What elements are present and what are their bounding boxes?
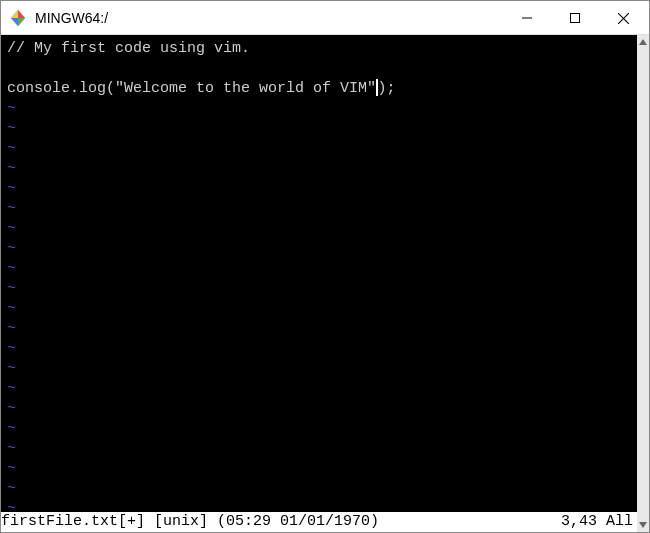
- empty-line-tilde: ~: [7, 279, 631, 299]
- empty-line-tilde: ~: [7, 179, 631, 199]
- empty-line-tilde: ~: [7, 159, 631, 179]
- scrollbar[interactable]: [637, 35, 649, 532]
- titlebar-left: MINGW64:/: [9, 9, 108, 27]
- vim-editor[interactable]: // My first code using vim.console.log("…: [1, 35, 637, 532]
- empty-line-tilde: ~: [7, 219, 631, 239]
- empty-line-tilde: ~: [7, 479, 631, 499]
- empty-line-tilde: ~: [7, 299, 631, 319]
- empty-line-tilde: ~: [7, 119, 631, 139]
- code-line: console.log("Welcome to the world of VIM…: [7, 79, 631, 99]
- close-button[interactable]: [599, 1, 647, 35]
- empty-line-tilde: ~: [7, 339, 631, 359]
- empty-line-tilde: ~: [7, 379, 631, 399]
- window-controls: [503, 1, 647, 34]
- empty-line-tilde: ~: [7, 199, 631, 219]
- window-title: MINGW64:/: [35, 10, 108, 26]
- vim-statusbar: firstFile.txt[+] [unix] (05:29 01/01/197…: [1, 512, 637, 532]
- svg-marker-9: [639, 39, 647, 45]
- empty-line-tilde: ~: [7, 319, 631, 339]
- svg-marker-10: [639, 522, 647, 528]
- empty-line-tilde: ~: [7, 139, 631, 159]
- scroll-down-arrow[interactable]: [637, 518, 649, 532]
- mingw-icon: [9, 9, 27, 27]
- empty-line-tilde: ~: [7, 99, 631, 119]
- empty-line-tilde: ~: [7, 439, 631, 459]
- empty-line-tilde: ~: [7, 259, 631, 279]
- scroll-track[interactable]: [637, 49, 649, 518]
- terminal-area: // My first code using vim.console.log("…: [1, 35, 649, 532]
- titlebar[interactable]: MINGW64:/: [1, 1, 649, 35]
- status-right: 3,43 All: [561, 512, 633, 532]
- code-line: [7, 59, 631, 79]
- minimize-button[interactable]: [503, 1, 551, 35]
- scroll-up-arrow[interactable]: [637, 35, 649, 49]
- status-left: firstFile.txt[+] [unix] (05:29 01/01/197…: [1, 512, 379, 532]
- empty-line-tilde: ~: [7, 239, 631, 259]
- empty-line-tilde: ~: [7, 359, 631, 379]
- svg-rect-6: [571, 14, 580, 23]
- code-line: // My first code using vim.: [7, 39, 631, 59]
- empty-line-tilde: ~: [7, 459, 631, 479]
- maximize-button[interactable]: [551, 1, 599, 35]
- terminal-window: MINGW64:/ // My first code using vim.con…: [0, 0, 650, 533]
- empty-line-tilde: ~: [7, 399, 631, 419]
- empty-line-tilde: ~: [7, 419, 631, 439]
